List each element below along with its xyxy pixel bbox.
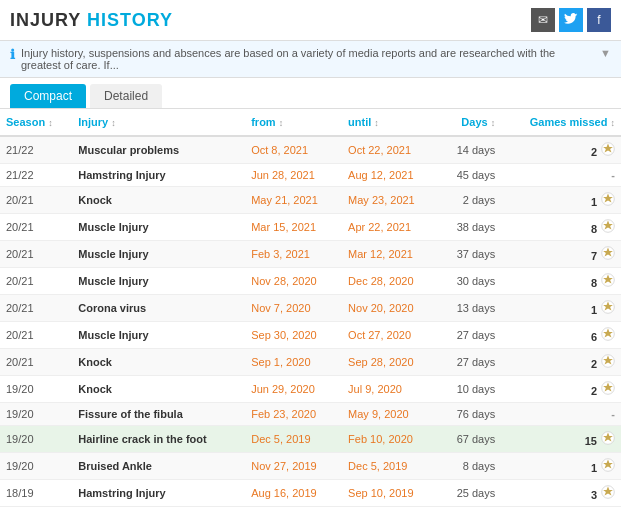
cell-from: Nov 7, 2020 <box>245 295 342 322</box>
table-container: Season ↕ Injury ↕ from ↕ until ↕ Days ↕ … <box>0 109 621 507</box>
cell-injury: Knock <box>72 187 245 214</box>
col-games[interactable]: Games missed ↕ <box>501 109 621 136</box>
page-title: INJURY HISTORY <box>10 10 173 31</box>
cell-from: Oct 8, 2021 <box>245 136 342 164</box>
cell-days: 2 days <box>439 187 501 214</box>
table-header-row: Season ↕ Injury ↕ from ↕ until ↕ Days ↕ … <box>0 109 621 136</box>
cell-injury: Muscle Injury <box>72 214 245 241</box>
cell-injury: Fissure of the fibula <box>72 403 245 426</box>
games-value: 7 <box>591 250 597 262</box>
cell-from: Sep 1, 2020 <box>245 349 342 376</box>
games-value: 8 <box>591 223 597 235</box>
mail-icon[interactable]: ✉ <box>531 8 555 32</box>
table-row: 20/21 Muscle Injury Feb 3, 2021 Mar 12, … <box>0 241 621 268</box>
cell-games: 2 <box>501 376 621 403</box>
club-badge <box>601 458 615 472</box>
cell-from: Mar 15, 2021 <box>245 214 342 241</box>
cell-injury: Muscle Injury <box>72 322 245 349</box>
cell-from: Jun 28, 2021 <box>245 164 342 187</box>
cell-from: Sep 30, 2020 <box>245 322 342 349</box>
games-value: 2 <box>591 385 597 397</box>
cell-until: Oct 27, 2020 <box>342 322 439 349</box>
tab-detailed[interactable]: Detailed <box>90 84 162 108</box>
cell-until: Nov 20, 2020 <box>342 295 439 322</box>
cell-until: Jul 9, 2020 <box>342 376 439 403</box>
cell-games: 3 <box>501 480 621 507</box>
cell-season: 19/20 <box>0 403 72 426</box>
cell-days: 14 days <box>439 136 501 164</box>
games-value: 6 <box>591 331 597 343</box>
cell-games: 2 <box>501 136 621 164</box>
col-days[interactable]: Days ↕ <box>439 109 501 136</box>
cell-games: 2 <box>501 349 621 376</box>
cell-season: 19/20 <box>0 453 72 480</box>
cell-until: May 23, 2021 <box>342 187 439 214</box>
cell-games: 15 <box>501 426 621 453</box>
cell-games: 7 <box>501 241 621 268</box>
cell-games: 1 <box>501 453 621 480</box>
table-row: 20/21 Knock May 21, 2021 May 23, 2021 2 … <box>0 187 621 214</box>
games-value: 1 <box>591 304 597 316</box>
expand-icon[interactable]: ▼ <box>600 47 611 59</box>
col-season[interactable]: Season ↕ <box>0 109 72 136</box>
cell-days: 8 days <box>439 453 501 480</box>
club-badge <box>601 246 615 260</box>
cell-until: Dec 5, 2019 <box>342 453 439 480</box>
table-row: 20/21 Corona virus Nov 7, 2020 Nov 20, 2… <box>0 295 621 322</box>
cell-until: Mar 12, 2021 <box>342 241 439 268</box>
cell-games: - <box>501 403 621 426</box>
cell-games: 8 <box>501 214 621 241</box>
cell-season: 19/20 <box>0 426 72 453</box>
col-injury[interactable]: Injury ↕ <box>72 109 245 136</box>
cell-from: May 21, 2021 <box>245 187 342 214</box>
cell-season: 20/21 <box>0 241 72 268</box>
cell-injury: Muscle Injury <box>72 241 245 268</box>
cell-season: 18/19 <box>0 480 72 507</box>
games-value: 2 <box>591 146 597 158</box>
games-value: 2 <box>591 358 597 370</box>
table-row: 19/20 Knock Jun 29, 2020 Jul 9, 2020 10 … <box>0 376 621 403</box>
club-badge <box>601 485 615 499</box>
info-icon: ℹ <box>10 47 15 62</box>
table-row: 20/21 Muscle Injury Mar 15, 2021 Apr 22,… <box>0 214 621 241</box>
cell-injury: Muscular problems <box>72 136 245 164</box>
cell-from: Dec 5, 2019 <box>245 426 342 453</box>
cell-injury: Corona virus <box>72 295 245 322</box>
cell-days: 76 days <box>439 403 501 426</box>
games-value: - <box>611 169 615 181</box>
tab-compact[interactable]: Compact <box>10 84 86 108</box>
col-from[interactable]: from ↕ <box>245 109 342 136</box>
cell-injury: Hamstring Injury <box>72 480 245 507</box>
club-badge <box>601 142 615 156</box>
twitter-icon[interactable] <box>559 8 583 32</box>
cell-days: 37 days <box>439 241 501 268</box>
games-value: 8 <box>591 277 597 289</box>
club-badge <box>601 381 615 395</box>
table-row: 20/21 Muscle Injury Sep 30, 2020 Oct 27,… <box>0 322 621 349</box>
cell-games: - <box>501 164 621 187</box>
cell-from: Jun 29, 2020 <box>245 376 342 403</box>
cell-injury: Knock <box>72 376 245 403</box>
club-badge <box>601 300 615 314</box>
col-until[interactable]: until ↕ <box>342 109 439 136</box>
injury-table: Season ↕ Injury ↕ from ↕ until ↕ Days ↕ … <box>0 109 621 507</box>
table-row: 21/22 Hamstring Injury Jun 28, 2021 Aug … <box>0 164 621 187</box>
club-badge <box>601 192 615 206</box>
cell-injury: Knock <box>72 349 245 376</box>
cell-days: 27 days <box>439 322 501 349</box>
tabs-container: Compact Detailed <box>0 78 621 109</box>
cell-from: Feb 23, 2020 <box>245 403 342 426</box>
facebook-icon[interactable]: f <box>587 8 611 32</box>
cell-days: 13 days <box>439 295 501 322</box>
cell-injury: Muscle Injury <box>72 268 245 295</box>
cell-days: 67 days <box>439 426 501 453</box>
cell-until: Feb 10, 2020 <box>342 426 439 453</box>
cell-season: 20/21 <box>0 214 72 241</box>
table-row: 19/20 Fissure of the fibula Feb 23, 2020… <box>0 403 621 426</box>
cell-from: Nov 28, 2020 <box>245 268 342 295</box>
info-text: Injury history, suspensions and absences… <box>21 47 596 71</box>
cell-season: 21/22 <box>0 136 72 164</box>
cell-days: 10 days <box>439 376 501 403</box>
table-row: 19/20 Hairline crack in the foot Dec 5, … <box>0 426 621 453</box>
info-bar: ℹ Injury history, suspensions and absenc… <box>0 41 621 78</box>
